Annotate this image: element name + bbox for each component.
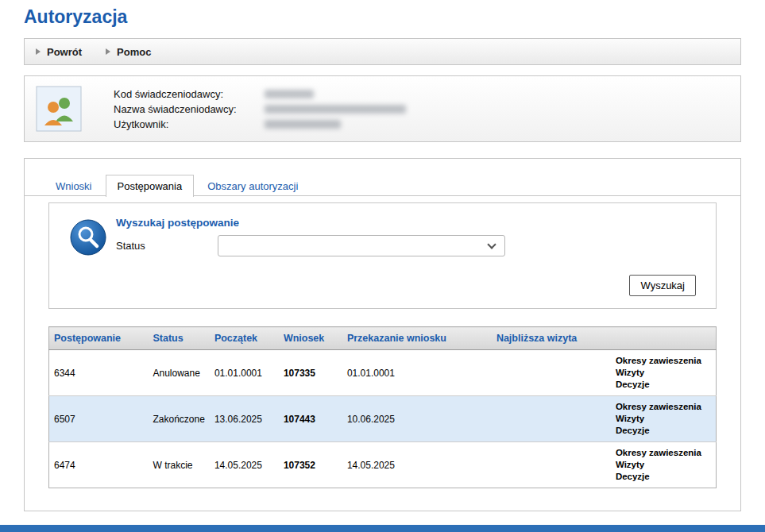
- search-icon: [70, 219, 106, 259]
- cell-poczatek: 01.01.0001: [210, 350, 279, 396]
- status-label: Status: [116, 240, 145, 252]
- arrow-right-icon: [36, 48, 41, 55]
- table-row: 6507 Zakończone 13.06.2025 107443 10.06.…: [49, 396, 717, 442]
- wizyty-link[interactable]: Wizyty: [616, 459, 711, 471]
- provider-name-label: Nazwa świadczeniodawcy:: [114, 103, 265, 115]
- toolbar: Powrót Pomoc: [24, 38, 741, 65]
- cell-status: Anulowane: [149, 350, 210, 396]
- provider-people-icon: [34, 84, 83, 133]
- toolbar-item-label: Pomoc: [117, 46, 151, 58]
- table-row: 6474 W trakcie 14.05.2025 107352 14.05.2…: [49, 442, 717, 488]
- col-header-actions: [611, 327, 717, 350]
- table-header-row: Postępowanie Status Początek Wniosek Prz…: [49, 327, 717, 350]
- provider-code-label: Kod świadczeniodawcy:: [114, 88, 265, 100]
- tab-bar: Wnioski Postępowania Obszary autoryzacji: [25, 159, 740, 196]
- results-table: Postępowanie Status Początek Wniosek Prz…: [48, 326, 717, 488]
- cell-poczatek: 14.05.2025: [210, 442, 279, 488]
- tab-obszary-autoryzacji[interactable]: Obszary autoryzacji: [195, 175, 310, 196]
- cell-postepowanie: 6474: [49, 442, 149, 488]
- arrow-right-icon: [106, 48, 110, 55]
- cell-status: W trakcie: [149, 442, 210, 488]
- col-header-wniosek: Wniosek: [279, 327, 342, 350]
- col-header-wizyta: Najbliższa wizyta: [492, 327, 611, 350]
- decyzje-link[interactable]: Decyzje: [616, 379, 711, 391]
- cell-wniosek: 107443: [279, 396, 342, 442]
- col-header-postepowanie: Postępowanie: [49, 327, 149, 350]
- cell-wizyta: [492, 350, 611, 396]
- col-header-status: Status: [149, 327, 210, 350]
- row-actions: Okresy zawieszenia Wizyty Decyzje: [611, 396, 717, 442]
- provider-info: Kod świadczeniodawcy: Nazwa świadczeniod…: [114, 87, 731, 132]
- cell-wniosek: 107352: [279, 442, 342, 488]
- cell-przekazanie: 10.06.2025: [342, 396, 492, 442]
- okresy-zawieszenia-link[interactable]: Okresy zawieszenia: [616, 447, 711, 459]
- chevron-down-icon: [487, 240, 496, 249]
- wizyty-link[interactable]: Wizyty: [616, 413, 711, 425]
- main-panel: Wnioski Postępowania Obszary autoryzacji: [24, 158, 741, 511]
- cell-postepowanie: 6344: [49, 350, 149, 396]
- okresy-zawieszenia-link[interactable]: Okresy zawieszenia: [616, 401, 711, 413]
- cell-postepowanie: 6507: [49, 396, 149, 442]
- tab-postepowania[interactable]: Postępowania: [106, 175, 195, 197]
- wizyty-link[interactable]: Wizyty: [616, 367, 711, 379]
- search-panel: Wyszukaj postępowanie Status Wyszukaj: [48, 202, 717, 309]
- provider-name-value-redacted: [265, 105, 406, 114]
- col-header-przekazanie: Przekazanie wniosku: [342, 327, 492, 350]
- provider-panel: Kod świadczeniodawcy: Nazwa świadczeniod…: [24, 75, 741, 142]
- search-panel-title: Wyszukaj postępowanie: [116, 217, 239, 229]
- provider-code-value-redacted: [265, 90, 314, 98]
- status-dropdown[interactable]: [218, 235, 505, 256]
- toolbar-item-label: Powrót: [47, 46, 82, 58]
- table-row: 6344 Anulowane 01.01.0001 107335 01.01.0…: [49, 350, 717, 396]
- toolbar-item-pomoc[interactable]: Pomoc: [106, 46, 151, 58]
- cell-przekazanie: 14.05.2025: [342, 442, 492, 488]
- okresy-zawieszenia-link[interactable]: Okresy zawieszenia: [616, 355, 711, 367]
- footer-bar: [0, 525, 765, 532]
- cell-wniosek: 107335: [279, 350, 342, 396]
- tab-wnioski[interactable]: Wnioski: [44, 175, 104, 196]
- col-header-poczatek: Początek: [210, 327, 279, 350]
- decyzje-link[interactable]: Decyzje: [616, 425, 711, 437]
- cell-wizyta: [492, 442, 611, 488]
- provider-user-value-redacted: [265, 120, 341, 129]
- decyzje-link[interactable]: Decyzje: [616, 471, 711, 483]
- search-button[interactable]: Wyszukaj: [629, 275, 696, 296]
- page: Autoryzacja Powrót Pomoc Kod świadczenio…: [0, 6, 765, 511]
- page-title: Autoryzacja: [24, 6, 741, 28]
- toolbar-item-powrot[interactable]: Powrót: [36, 46, 82, 58]
- provider-user-label: Użytkownik:: [114, 118, 265, 130]
- cell-przekazanie: 01.01.0001: [342, 350, 492, 396]
- row-actions: Okresy zawieszenia Wizyty Decyzje: [611, 350, 717, 396]
- row-actions: Okresy zawieszenia Wizyty Decyzje: [611, 442, 717, 488]
- cell-wizyta: [492, 396, 611, 442]
- cell-status: Zakończone: [149, 396, 210, 442]
- cell-poczatek: 13.06.2025: [210, 396, 279, 442]
